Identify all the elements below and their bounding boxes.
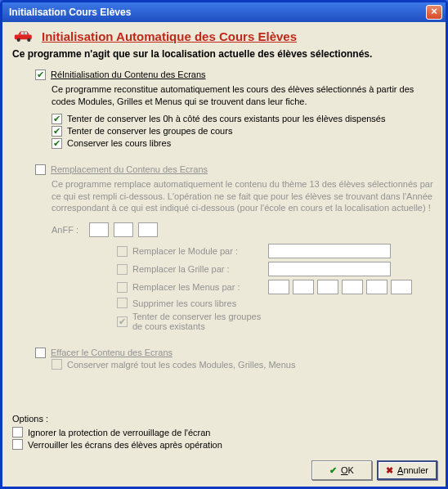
svg-rect-1 (21, 32, 25, 34)
tenter-groupes-label: Tenter de conserver les groupes de cours… (132, 312, 263, 331)
button-row: ✔ OK ✖ Annuler (311, 460, 437, 480)
cancel-button-label: Annuler (397, 465, 428, 475)
check-icon: ✔ (329, 465, 337, 476)
anff-input-1[interactable] (89, 222, 109, 237)
car-icon (12, 29, 35, 43)
ok-button-label: OK (341, 465, 354, 475)
section-replace-desc: Ce programme remplace automatiquement le… (52, 178, 436, 215)
reinit-opt3-label: Conserver les cours libres (67, 138, 171, 148)
replace-checkbox[interactable] (35, 164, 46, 175)
close-icon: × (431, 5, 437, 17)
rep-grille-input[interactable] (268, 262, 391, 276)
reinit-opt2-checkbox[interactable]: ✔ (52, 126, 62, 137)
reinit-opt3-checkbox[interactable]: ✔ (52, 138, 62, 149)
rep-grille-checkbox (117, 264, 128, 275)
rep-menus-input-1[interactable] (268, 280, 289, 294)
rep-module-input[interactable] (268, 244, 391, 258)
close-button[interactable]: × (426, 5, 442, 20)
sub-heading: Ce programme n'agit que sur la localisat… (12, 48, 436, 60)
opt-lock-after-checkbox[interactable] (12, 439, 23, 450)
svg-point-4 (27, 38, 30, 42)
rep-menus-input-5[interactable] (366, 280, 388, 294)
rep-menus-input-4[interactable] (342, 280, 363, 294)
heading-row: Initialisation Automatique des Cours Elè… (12, 29, 436, 43)
sup-libres-label: Supprimer les cours libres (132, 298, 263, 308)
section-reinit-title: RéInitialisation du Contenu des Ecrans (51, 70, 206, 79)
opt-ignore-lock-label: Ignorer la protection de verrouillage de… (28, 428, 210, 437)
options-block: Options : Ignorer la protection de verro… (12, 414, 222, 451)
rep-menus-inputs (268, 280, 412, 294)
rep-menus-input-3[interactable] (317, 280, 338, 294)
window-title: Initialisation Cours Elèves (9, 7, 426, 18)
section-replace-title: Remplacement du Contenu des Ecrans (51, 164, 208, 174)
cancel-button[interactable]: ✖ Annuler (377, 460, 437, 480)
section-reinit: ✔ RéInitialisation du Contenu des Ecrans… (35, 70, 436, 150)
reinit-checkbox[interactable]: ✔ (35, 70, 46, 80)
opt-ignore-lock-checkbox[interactable] (12, 427, 23, 437)
titlebar: Initialisation Cours Elèves × (2, 2, 446, 22)
opt-lock-after-label: Verrouiller les écrans des élèves après … (28, 440, 222, 450)
anff-label: AnFF : (52, 225, 84, 235)
x-icon: ✖ (386, 465, 393, 476)
section-reinit-desc: Ce programme reconstitue automatiquement… (52, 83, 436, 108)
erase-opt1-label: Conserver malgré tout les codes Modules,… (67, 360, 295, 370)
sup-libres-checkbox (117, 298, 128, 308)
main-heading: Initialisation Automatique des Cours Elè… (42, 29, 297, 43)
anff-row: AnFF : (52, 222, 436, 237)
rep-menus-label: Remplacer les Menus par : (132, 282, 263, 292)
erase-opt1-checkbox (52, 359, 62, 370)
ok-button[interactable]: ✔ OK (311, 460, 372, 480)
anff-input-3[interactable] (138, 222, 158, 237)
rep-menus-checkbox (117, 282, 128, 293)
svg-rect-2 (25, 32, 28, 34)
tenter-groupes-checkbox: ✔ (117, 316, 128, 327)
svg-point-3 (17, 38, 20, 42)
reinit-opt2-label: Tenter de conserver les groupes de cours (67, 126, 232, 136)
rep-module-checkbox (117, 246, 128, 257)
rep-menus-input-6[interactable] (391, 280, 412, 294)
erase-checkbox[interactable] (35, 348, 46, 358)
reinit-opt1-label: Tenter de conserver les 0h à côté des co… (67, 114, 386, 123)
section-replace: Remplacement du Contenu des Ecrans Ce pr… (35, 164, 436, 334)
rep-menus-input-2[interactable] (293, 280, 314, 294)
dialog-window: Initialisation Cours Elèves × Initialisa… (0, 0, 448, 489)
section-erase: Effacer le Contenu des Ecrans Conserver … (35, 348, 436, 370)
section-erase-title: Effacer le Contenu des Ecrans (51, 348, 172, 357)
anff-input-2[interactable] (114, 222, 133, 237)
rep-grille-label: Remplacer la Grille par : (132, 264, 263, 274)
dialog-content: Initialisation Automatique des Cours Elè… (2, 22, 446, 487)
rep-module-label: Remplacer le Module par : (132, 246, 263, 256)
options-label: Options : (12, 414, 222, 424)
reinit-opt1-checkbox[interactable]: ✔ (52, 114, 62, 124)
